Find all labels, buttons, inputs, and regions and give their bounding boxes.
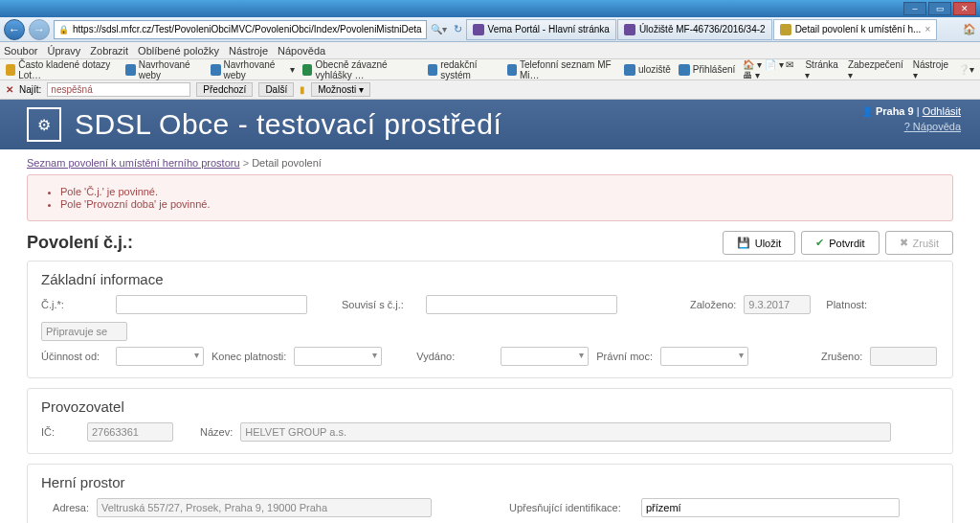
menu-item[interactable]: Úpravy xyxy=(47,45,80,57)
label-konec: Konec platnosti: xyxy=(212,351,286,362)
bookmark-item[interactable]: Často kladené dotazy Lot… xyxy=(6,59,118,80)
url-field[interactable]: 🔒 https://sdsl.mfcr.cz/Test/PovoleniObci… xyxy=(54,20,427,39)
window-minimize-button[interactable]: – xyxy=(903,2,926,15)
lock-icon: 🔒 xyxy=(58,25,69,34)
favicon-icon xyxy=(624,24,635,35)
window-close-button[interactable]: ✕ xyxy=(953,2,976,15)
refresh-icon[interactable]: ↻ xyxy=(454,23,462,35)
bookmark-item[interactable]: Přihlášení xyxy=(679,64,735,76)
confirm-button[interactable]: ✔Potvrdit xyxy=(801,231,879,255)
search-icon[interactable]: 🔍▾ xyxy=(431,24,450,34)
security-menu[interactable]: Zabezpečení ▾ xyxy=(848,59,903,80)
validation-alert: Pole 'Č.j.' je povinné. Pole 'Provozní d… xyxy=(27,174,953,221)
label-nazev: Název: xyxy=(200,426,233,438)
input-cj[interactable] xyxy=(116,295,307,314)
site-icon xyxy=(211,64,220,76)
bookmark-item[interactable]: Navrhované weby▾ xyxy=(211,59,295,80)
input-souvisi[interactable] xyxy=(426,295,617,314)
bookmark-item[interactable]: Telefonní seznam MF Mi… xyxy=(507,59,616,80)
input-upres[interactable] xyxy=(641,498,900,517)
menu-bar: Soubor Úpravy Zobrazit Oblíbené položky … xyxy=(0,42,980,59)
app-logo-icon: ⚙ xyxy=(27,107,61,142)
select-konec-platnosti[interactable] xyxy=(294,347,382,366)
find-close-icon[interactable]: ✕ xyxy=(6,84,13,95)
favicon-icon xyxy=(780,24,791,35)
panel-heading: Základní informace xyxy=(41,271,939,287)
tab-close-icon[interactable]: × xyxy=(924,24,930,34)
find-next-button[interactable]: Další xyxy=(258,82,294,97)
field-nazev xyxy=(240,422,891,442)
select-vydano[interactable] xyxy=(501,347,589,366)
browser-tab[interactable]: Úložiště MF-46736/2016/34-2 xyxy=(617,19,772,40)
star-icon xyxy=(6,64,15,76)
label-vydano: Vydáno: xyxy=(416,351,493,362)
field-platnost xyxy=(41,322,127,341)
browser-tab[interactable]: Detail povolení k umístění h...× xyxy=(773,19,938,40)
breadcrumb-sep: > xyxy=(243,157,249,169)
user-icon xyxy=(861,105,876,117)
address-bar: ← → 🔒 https://sdsl.mfcr.cz/Test/Povoleni… xyxy=(0,17,980,42)
back-button[interactable]: ← xyxy=(4,19,25,40)
menu-item[interactable]: Soubor xyxy=(4,45,37,57)
user-name: Praha 9 xyxy=(876,105,914,117)
select-ucinnost-od[interactable] xyxy=(116,347,204,366)
label-cj: Č.j.*: xyxy=(41,299,108,310)
site-icon xyxy=(507,64,517,76)
label-pravni-moc: Právní moc: xyxy=(596,351,653,362)
window-maximize-button[interactable]: ▭ xyxy=(928,2,951,15)
cancel-button[interactable]: ✖Zrušit xyxy=(885,231,954,255)
label-souvisi: Souvisí s č.j.: xyxy=(342,299,418,310)
bookmark-item[interactable]: Navrhované weby xyxy=(125,59,203,80)
panel-provozovatel: Provozovatel IČ: Název: xyxy=(27,388,953,454)
select-pravni-moc[interactable] xyxy=(660,347,748,366)
label-platnost: Platnost: xyxy=(826,299,867,310)
label-zalozeno: Založeno: xyxy=(690,299,736,310)
panel-basic-info: Základní informace Č.j.*: Souvisí s č.j.… xyxy=(27,261,953,378)
field-ic xyxy=(87,422,173,442)
field-adresa xyxy=(97,498,432,517)
bookmark-item[interactable]: uloziště xyxy=(624,64,671,76)
find-label: Najít: xyxy=(19,84,41,95)
menu-item[interactable]: Zobrazit xyxy=(90,45,128,57)
breadcrumb-link[interactable]: Seznam povolení k umístění herního prost… xyxy=(27,157,240,169)
menu-item[interactable]: Oblíbené položky xyxy=(138,45,219,57)
check-icon: ✔ xyxy=(815,237,824,249)
find-prev-button[interactable]: Předchozí xyxy=(196,82,253,97)
title-row: Povolení č.j.: 💾Uložit ✔Potvrdit ✖Zrušit xyxy=(27,231,953,255)
panel-heading: Herní prostor xyxy=(41,474,939,490)
breadcrumb: Seznam povolení k umístění herního prost… xyxy=(27,149,953,174)
bookmark-item[interactable]: Obecně závazné vyhlášky … xyxy=(302,59,420,80)
tab-strip: Vema Portál - Hlavní stránka Úložiště MF… xyxy=(466,19,955,40)
find-input[interactable] xyxy=(47,82,190,97)
alert-item: Pole 'Provozní doba' je povinné. xyxy=(60,198,937,210)
site-icon xyxy=(624,64,635,76)
site-icon xyxy=(125,64,135,76)
label-adresa: Adresa: xyxy=(41,502,89,513)
help-icon[interactable]: ❔▾ xyxy=(958,64,974,75)
site-icon xyxy=(302,64,312,76)
site-icon xyxy=(428,64,437,76)
field-zruseno xyxy=(870,347,937,366)
forward-button[interactable]: → xyxy=(29,19,50,40)
browser-tab[interactable]: Vema Portál - Hlavní stránka xyxy=(466,19,616,40)
save-button[interactable]: 💾Uložit xyxy=(723,231,796,255)
bookmark-item[interactable]: redakční systém xyxy=(428,59,500,80)
app-header: ⚙ SDSL Obce - testovací prostředí Praha … xyxy=(0,100,980,149)
find-highlight-icon[interactable]: ▮ xyxy=(300,84,305,95)
label-ic: IČ: xyxy=(41,426,79,438)
home-icon[interactable]: 🏠 xyxy=(963,23,976,35)
breadcrumb-current: Detail povolení xyxy=(252,157,322,169)
user-panel: Praha 9 | Odhlásit Nápověda xyxy=(861,105,961,132)
menu-item[interactable]: Nápověda xyxy=(278,45,325,57)
save-icon: 💾 xyxy=(737,237,750,249)
logout-link[interactable]: Odhlásit xyxy=(923,105,961,117)
help-link[interactable]: Nápověda xyxy=(861,121,961,132)
menu-item[interactable]: Nástroje xyxy=(229,45,268,57)
toolbar-icons[interactable]: 🏠 ▾ 📄 ▾ ✉ 🖶 ▾ xyxy=(743,59,795,80)
find-options-button[interactable]: Možnosti ▾ xyxy=(311,82,370,97)
label-upres: Upřesňující identifikace: xyxy=(509,502,634,513)
label-ucinnost: Účinnost od: xyxy=(41,351,108,362)
tools-menu[interactable]: Nástroje ▾ xyxy=(913,59,948,80)
page-menu[interactable]: Stránka ▾ xyxy=(805,59,837,80)
field-zalozeno xyxy=(744,295,811,314)
